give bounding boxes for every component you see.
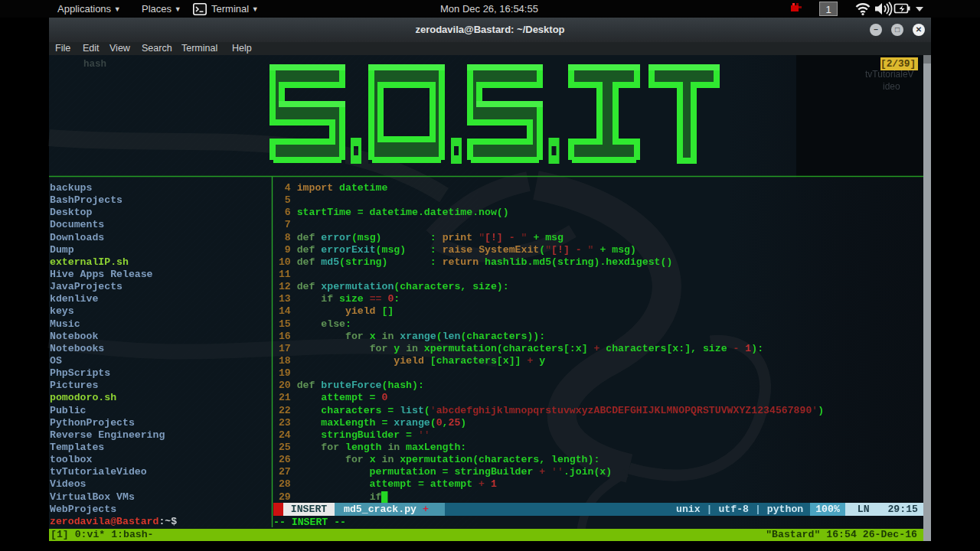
svg-text:1: 1 [825,4,831,15]
